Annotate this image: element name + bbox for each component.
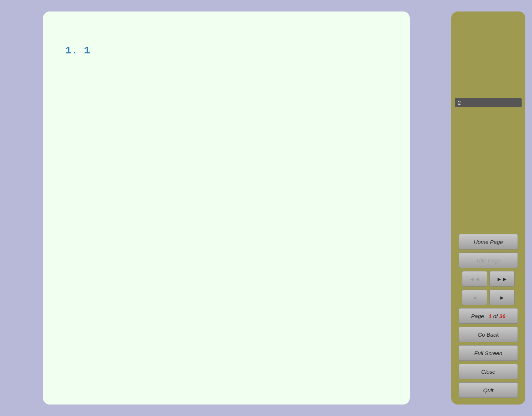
quit-button[interactable]: Quit xyxy=(459,382,518,398)
page-label: Page xyxy=(471,313,484,319)
go-back-button[interactable]: Go Back xyxy=(459,327,518,342)
close-button[interactable]: Close xyxy=(459,364,518,379)
of-label: of xyxy=(493,313,498,319)
prev-button[interactable]: ◄ xyxy=(462,290,487,305)
main-area: 1. 1 xyxy=(7,7,446,409)
prev-next-nav-row: ◄ ► xyxy=(462,290,515,305)
prev-first-button[interactable]: ◄◄ xyxy=(462,271,487,287)
first-last-nav-row: ◄◄ ►► xyxy=(462,271,515,287)
content-panel: 1. 1 xyxy=(43,11,410,405)
next-last-button[interactable]: ►► xyxy=(489,271,515,287)
home-page-button[interactable]: Home Page xyxy=(459,234,518,250)
total-pages: 36 xyxy=(499,313,506,319)
sidebar: 2 Home Page Title Page ◄◄ ►► ◄ ► Page 1 … xyxy=(451,11,525,405)
next-button[interactable]: ► xyxy=(489,290,515,305)
full-screen-button[interactable]: Full Screen xyxy=(459,345,518,361)
title-page-button[interactable]: Title Page xyxy=(459,252,518,268)
content-list-item: 1. 1 xyxy=(65,45,399,56)
page-info: Page 1 of 36 xyxy=(459,308,518,324)
sidebar-mid xyxy=(455,110,522,230)
current-page: 1 xyxy=(489,313,492,319)
sidebar-thumbnail xyxy=(455,15,522,97)
sidebar-page-label: 2 xyxy=(455,98,522,107)
